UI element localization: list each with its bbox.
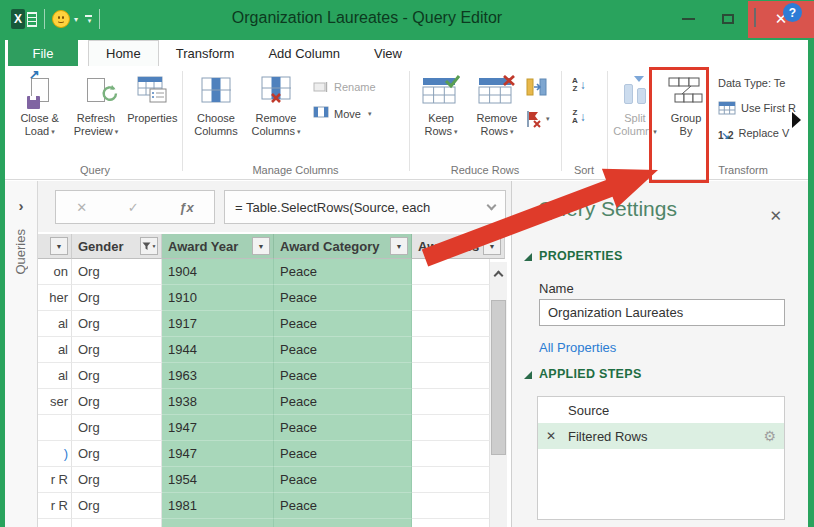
table-row[interactable]: r R Org 1981 Peace [38,493,511,519]
cell-awardees[interactable] [412,493,490,519]
collapse-triangle-icon[interactable] [524,371,532,379]
cell-award-category[interactable]: Peace [274,285,412,311]
expand-queries-icon[interactable]: › [5,197,37,214]
table-row[interactable]: ser Org 1938 Peace [38,389,511,415]
remove-errors-button[interactable]: ▾ [526,106,550,132]
ribbon-overflow-icon[interactable] [792,112,801,128]
minimize-button[interactable] [668,0,708,38]
customize-toolbar-icon[interactable]: ▾ [85,15,92,23]
cell-award-category[interactable]: Peace [274,493,412,519]
cell-awardees[interactable] [412,441,490,467]
filter-applied-button[interactable]: ▼ [140,237,158,255]
filter-dropdown-button[interactable]: ▼ [390,237,408,255]
table-row[interactable]: her Org 1910 Peace [38,285,511,311]
collapse-triangle-icon[interactable] [524,253,532,261]
cell-award-category[interactable]: Peace [274,337,412,363]
cell-gender[interactable]: Org [72,363,162,389]
collapse-ribbon-button[interactable] [754,10,756,28]
table-row[interactable]: al Org 1963 Peace [38,363,511,389]
applied-steps-heading[interactable]: APPLIED STEPS [539,367,642,381]
cell-gender[interactable]: Org [72,285,162,311]
properties-heading[interactable]: PROPERTIES [539,249,623,263]
cell-gender[interactable]: Org [72,415,162,441]
cell-gender[interactable]: Org [72,493,162,519]
sort-descending-button[interactable]: ZA ↓ [572,104,586,130]
data-type-button[interactable]: Data Type: Te [714,70,808,95]
formula-check-button[interactable]: ✓ [128,200,139,215]
remove-rows-button[interactable]: RemoveRows▾ [468,68,526,156]
cell-awardees[interactable] [412,389,490,415]
cell-gender[interactable]: Org [72,389,162,415]
formula-input[interactable]: = Table.SelectRows(Source, each [224,190,506,224]
cell-award-year[interactable]: 1944 [162,337,274,363]
cell-name-fragment[interactable]: r R [38,467,72,493]
table-row[interactable]: ) Org 1947 Peace [38,441,511,467]
table-row[interactable]: al Org 1917 Peace [38,311,511,337]
cell-awardees[interactable] [412,467,490,493]
cell-name-fragment[interactable] [38,415,72,441]
table-row[interactable]: Org 1947 Peace [38,415,511,441]
tab-file[interactable]: File [8,40,78,66]
cell-award-year[interactable]: 1904 [162,259,274,285]
column-header-award-year[interactable]: Award Year ▼ [162,234,274,259]
formula-cancel-button[interactable]: ✕ [76,200,87,215]
sort-ascending-button[interactable]: AZ ↓ [572,72,586,98]
move-button[interactable]: Move▾ [309,102,371,126]
remove-duplicates-button[interactable] [526,74,550,100]
help-button[interactable]: ? [783,3,802,22]
query-name-input[interactable] [539,299,785,326]
formula-expand-icon[interactable] [487,200,497,210]
tab-home[interactable]: Home [88,40,159,66]
smile-dropdown-icon[interactable]: ▾ [74,15,78,24]
column-header-awardees[interactable]: Awardees ▼ [412,234,505,259]
filter-dropdown-button[interactable]: ▼ [50,237,68,255]
cell-award-category[interactable]: Peace [274,441,412,467]
column-header-gender[interactable]: Gender ▼ [72,234,162,259]
cell-awardees[interactable] [412,337,490,363]
properties-button[interactable]: Properties [125,68,180,156]
choose-columns-button[interactable]: ChooseColumns [187,68,245,156]
gear-icon[interactable]: ⚙ [763,428,776,444]
table-row[interactable]: on Org 1904 Peace [38,259,511,285]
cell-award-category[interactable]: Peace [274,415,412,441]
cell-award-category[interactable]: Peace [274,363,412,389]
cell-name-fragment[interactable]: al [38,363,72,389]
cell-gender[interactable]: Org [72,441,162,467]
column-header-clipped[interactable]: ▼ [38,234,72,259]
cell-name-fragment[interactable]: r R [38,493,72,519]
cell-award-category[interactable]: Peace [274,467,412,493]
tab-transform[interactable]: Transform [159,40,252,66]
cell-awardees[interactable] [412,415,490,441]
cell-award-category[interactable]: Peace [274,311,412,337]
cell-award-year[interactable]: 1938 [162,389,274,415]
step-source[interactable]: Source [538,397,784,423]
cell-awardees[interactable] [412,363,490,389]
cell-gender[interactable]: Org [72,259,162,285]
panel-close-button[interactable]: ✕ [769,207,782,225]
tab-view[interactable]: View [357,40,419,66]
cell-award-year[interactable]: 1947 [162,415,274,441]
cell-gender[interactable]: Org [72,311,162,337]
cell-award-year[interactable]: 1947 [162,441,274,467]
table-vertical-scrollbar[interactable] [490,262,507,527]
maximize-button[interactable] [708,0,748,38]
table-row[interactable]: r R Org 1954 Peace [38,467,511,493]
close-button[interactable]: ✕ [748,1,814,38]
refresh-preview-button[interactable]: RefreshPreview▾ [67,68,124,156]
queries-pane-collapsed[interactable]: › Queries [5,181,38,527]
cell-name-fragment[interactable]: al [38,337,72,363]
cell-name-fragment[interactable]: on [38,259,72,285]
rename-button[interactable]: Rename [309,75,376,99]
cell-awardees[interactable] [412,311,490,337]
scroll-up-icon[interactable] [494,271,504,281]
cell-award-year[interactable]: 1963 [162,363,274,389]
close-and-load-button[interactable]: ↗ Close &Load▾ [12,68,67,156]
cell-name-fragment[interactable]: ser [38,389,72,415]
column-header-award-category[interactable]: Award Category ▼ [274,234,412,259]
table-row[interactable]: al Org 1944 Peace [38,337,511,363]
excel-app-icon[interactable]: X [11,9,37,29]
all-properties-link[interactable]: All Properties [539,340,616,355]
cell-awardees[interactable] [412,259,490,285]
cell-gender[interactable]: Org [72,337,162,363]
cell-name-fragment[interactable]: her [38,285,72,311]
